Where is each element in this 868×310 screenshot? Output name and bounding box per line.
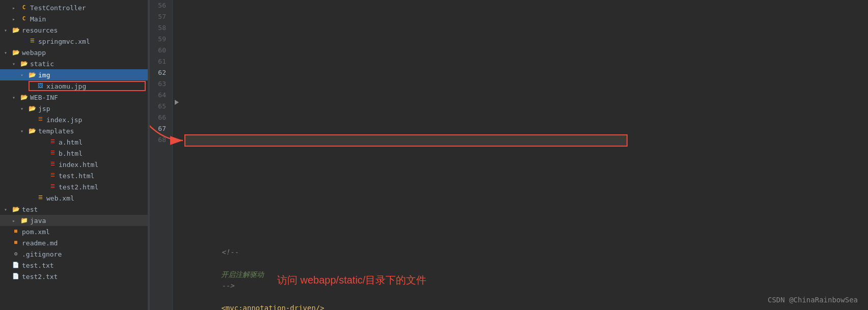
label-webxml: web.xml [46, 194, 74, 202]
tree-item-webapp[interactable]: webapp [0, 47, 148, 58]
file-tree[interactable]: TestController Main resources springmvc.… [0, 0, 148, 310]
code-line-63: <mvc:annotation-driven/> [187, 280, 868, 291]
icon-testhtml [48, 172, 57, 179]
arrow-jsp [20, 106, 28, 111]
code-line-57 [187, 56, 868, 67]
label-indexjsp: index.jsp [46, 116, 82, 124]
tree-item-webinf[interactable]: WEB-INF [0, 92, 148, 103]
arrow-static [12, 61, 19, 67]
tree-item-indexjsp[interactable]: index.jsp [0, 114, 148, 125]
icon-ahtml [48, 138, 57, 146]
icon-testtxt [11, 262, 20, 269]
icon-java [19, 217, 29, 224]
tree-item-testtxt[interactable]: test.txt [0, 260, 148, 271]
arrow-webinf [12, 95, 19, 100]
fold-triangle[interactable] [175, 100, 179, 105]
code-line-59 [187, 123, 868, 134]
arrow-testcontroller [12, 5, 19, 11]
code-editor: 56 57 58 59 60 61 62 63 64 65 66 67 68 [150, 0, 868, 310]
comment1-text: <!-- [221, 248, 238, 256]
tree-item-gitignore[interactable]: .gitignore [0, 248, 148, 260]
code-line-62: <!-- 开启注解驱动 --> [187, 235, 868, 246]
tree-item-jsp[interactable]: jsp [0, 103, 148, 114]
label-webapp: webapp [22, 49, 46, 57]
label-bhtml: b.html [59, 150, 83, 157]
icon-xiaomu [36, 82, 45, 90]
tree-item-webxml[interactable]: web.xml [0, 192, 148, 204]
label-java: java [30, 217, 46, 224]
icon-test [11, 206, 20, 213]
icon-img [28, 71, 37, 78]
ln-59: 59 [154, 34, 166, 45]
icon-test2html [48, 183, 57, 190]
code-line-58 [187, 90, 868, 101]
label-templates: templates [38, 127, 74, 135]
tree-item-springmvc[interactable]: springmvc.xml [0, 36, 148, 47]
line-numbers: 56 57 58 59 60 61 62 63 64 65 66 67 68 [150, 0, 173, 310]
comment1-chinese: 开启注解驱动 [221, 270, 264, 278]
ln-67: 67 [154, 123, 166, 134]
ln-61: 61 [154, 56, 166, 67]
label-static: static [30, 60, 54, 68]
label-testhtml: test.html [59, 172, 94, 180]
label-readme: readme.md [22, 239, 58, 247]
icon-webxml [36, 194, 45, 202]
label-springmvc: springmvc.xml [38, 38, 90, 45]
icon-java-main [19, 15, 29, 22]
tree-item-bhtml[interactable]: b.html [0, 148, 148, 159]
comment1-space [221, 259, 255, 267]
icon-indexhtml [48, 161, 57, 168]
icon-bhtml [48, 150, 57, 157]
ln-63: 63 [154, 78, 166, 90]
icon-gitignore [11, 250, 20, 258]
tree-item-testhtml[interactable]: test.html [0, 170, 148, 181]
ln-58: 58 [154, 22, 166, 34]
tree-item-resources[interactable]: resources [0, 24, 148, 36]
annotation-driven-tag: <mvc:annotation-driven/> [221, 304, 324, 310]
code-line-56 [187, 22, 868, 34]
label-xiaomu: xiaomu.jpg [46, 82, 86, 90]
arrow-img [20, 72, 28, 78]
icon-resources [11, 26, 20, 34]
ln-62: 62 [154, 67, 166, 78]
ln-56: 56 [154, 0, 166, 11]
label-test2txt: test2.txt [22, 273, 58, 280]
label-webinf: WEB-INF [30, 94, 58, 101]
tree-item-test2txt[interactable]: test2.txt [0, 271, 148, 282]
tree-item-static[interactable]: static [0, 58, 148, 69]
label-testtxt: test.txt [22, 262, 54, 269]
arrow-webapp [4, 50, 11, 55]
code-line-61 [187, 190, 868, 202]
label-img: img [38, 71, 50, 79]
tree-item-test2html[interactable]: test2.html [0, 181, 148, 192]
tree-item-xiaomu[interactable]: xiaomu.jpg [0, 80, 148, 92]
label-indexhtml: index.html [59, 161, 98, 168]
tree-item-test[interactable]: test [0, 204, 148, 215]
tree-item-img[interactable]: img [0, 69, 148, 80]
tree-item-templates[interactable]: templates [0, 125, 148, 136]
icon-pomxml [11, 228, 20, 235]
tree-item-indexhtml[interactable]: index.html [0, 159, 148, 170]
gutter [173, 0, 183, 310]
indent-63 [221, 293, 238, 301]
label-pomxml: pom.xml [22, 228, 50, 236]
ln-68: 68 [154, 134, 166, 146]
label-test: test [22, 206, 38, 213]
label-gitignore: .gitignore [22, 250, 62, 258]
icon-java-testcontroller [19, 4, 29, 11]
tree-item-java[interactable]: java [0, 215, 148, 226]
label-main: Main [30, 15, 46, 23]
icon-jsp [28, 105, 37, 112]
arrow-test [4, 207, 11, 212]
comment1-end: --> [221, 281, 234, 290]
icon-templates [28, 127, 37, 134]
label-ahtml: a.html [59, 138, 83, 146]
tree-item-pomxml[interactable]: pom.xml [0, 226, 148, 237]
label-test2html: test2.html [59, 183, 98, 191]
tree-item-readme[interactable]: readme.md [0, 237, 148, 248]
ln-65: 65 [154, 101, 166, 112]
tree-item-main[interactable]: Main [0, 13, 148, 24]
tree-item-testcontroller[interactable]: TestController [0, 2, 148, 13]
tree-item-ahtml[interactable]: a.html [0, 136, 148, 148]
icon-indexjsp [36, 116, 45, 123]
